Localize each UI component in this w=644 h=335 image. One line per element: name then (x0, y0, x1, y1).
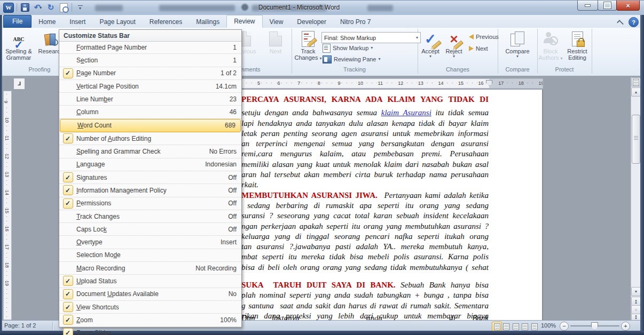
menu-item-language[interactable]: LanguageIndonesian (59, 158, 241, 171)
body-text: keluarga yang di tinggal seorang pencari… (241, 232, 489, 241)
hyperlink-klaim-asuransi[interactable]: klaim Asuransi (381, 108, 431, 117)
menu-item-upload-status[interactable]: ✓Upload Status (59, 275, 241, 288)
menu-item-page-number[interactable]: ✓Page Number1 of 2 (59, 67, 241, 80)
next-change-button[interactable]: Next (469, 44, 488, 53)
help-button[interactable]: ? (629, 17, 639, 27)
menu-item-view-shortcuts[interactable]: ✓View Shortcuts (59, 301, 241, 314)
dropdown-value: Final: Show Markup (324, 35, 376, 41)
divider (72, 3, 72, 12)
menu-item-signatures[interactable]: ✓SignaturesOff (59, 171, 241, 184)
tab-mailings[interactable]: Mailings (189, 16, 226, 28)
web-layout-view-button[interactable] (511, 322, 521, 331)
spelling-grammar-button[interactable]: ABC Spelling & Grammar (3, 30, 34, 65)
minimize-button[interactable] (577, 1, 598, 11)
compare-button[interactable]: Compare ▾ (502, 30, 533, 65)
customize-qat-button[interactable]: ▾ (75, 2, 85, 13)
scrollbar-thumb[interactable] (632, 115, 640, 164)
tab-nitro-pro-7[interactable]: Nitro Pro 7 (333, 16, 378, 28)
menu-item-vertical-page-position[interactable]: Vertical Page Position14.1cm (59, 80, 241, 93)
zoom-level-status[interactable]: 100% (541, 322, 556, 329)
menu-item-label: Track Changes (76, 213, 228, 220)
menu-header: Customize Status Bar (59, 30, 241, 42)
outline-view-button[interactable] (520, 322, 530, 331)
menu-item-zoom[interactable]: ✓Zoom100% (59, 314, 241, 326)
undo-button[interactable]: ↶▾ (33, 2, 43, 13)
tab-review[interactable]: Review (226, 15, 262, 28)
document-line: aran hal tersebut akan memberi cirta bur… (241, 170, 489, 180)
menu-item-macro-recording[interactable]: Macro RecordingNot Recording (59, 262, 241, 275)
document-page[interactable]: PERCAYA ASURANSI, KARNA ADA KLAIM YANG T… (241, 90, 542, 320)
ruler-number: 12 (397, 81, 404, 86)
quick-access-toolbar: W ↶▾ ↻ ▾ (3, 2, 85, 13)
menu-item-information-management-policy[interactable]: ✓Information Management PolicyOff (59, 184, 241, 197)
tab-page-layout[interactable]: Page Layout (92, 16, 142, 28)
tab-references[interactable]: References (143, 16, 189, 28)
menu-item-section[interactable]: Section1 (59, 54, 241, 67)
tab-file[interactable]: File (3, 15, 32, 28)
group-tracking: Track Changes ▾ Final: Show Markup ▾ Sho… (292, 29, 418, 74)
body-text: plah nominal seperti yang anda sudah tab… (241, 291, 489, 299)
zoom-out-button[interactable]: − (560, 322, 569, 331)
word-logo-icon[interactable]: W (3, 2, 14, 13)
menu-item-line-number[interactable]: Line Number23 (59, 93, 241, 106)
track-changes-button[interactable]: Track Changes ▾ (293, 30, 324, 65)
document-line: bisa di beli oleh orang orang yang sedan… (241, 263, 489, 273)
menu-item-overtype[interactable]: OvertypeInsert (59, 236, 241, 249)
tab-home[interactable]: Home (32, 16, 62, 28)
display-for-review-dropdown[interactable]: Final: Show Markup ▾ (321, 32, 421, 43)
menu-item-caps-lock[interactable]: Caps LockOff (59, 223, 241, 236)
tab-view[interactable]: View (263, 16, 290, 28)
checkmark-icon: ✓ (63, 133, 73, 143)
accept-button[interactable]: ✓ Accept ▾ (418, 30, 443, 65)
tab-developer[interactable]: Developer (290, 16, 333, 28)
print-preview-button[interactable] (58, 2, 69, 13)
ruler-number: 11 (377, 81, 384, 86)
ruler-number: 7 (296, 81, 301, 86)
reviewing-pane-button[interactable]: Reviewing Pane ▾ (323, 54, 381, 64)
ruler-number: 17 (497, 81, 505, 86)
zoom-in-button[interactable]: + (621, 322, 630, 331)
menu-item-column[interactable]: Column46 (59, 106, 241, 118)
checkmark-icon: ✓ (63, 198, 73, 209)
save-button[interactable] (20, 2, 30, 13)
zoom-slider-thumb[interactable] (591, 322, 598, 330)
tab-insert[interactable]: Insert (62, 16, 92, 28)
previous-change-button[interactable]: Previous (469, 32, 499, 42)
full-screen-reading-view-button[interactable] (501, 322, 512, 331)
button-label: Block (544, 48, 558, 54)
page-number-status[interactable]: Page: 1 of 2 (4, 322, 36, 329)
tab-selector-button[interactable]: L (13, 78, 25, 90)
menu-item-selection-mode[interactable]: Selection Mode (59, 249, 241, 262)
reject-button[interactable]: × Reject ▾ (441, 30, 467, 65)
redo-button[interactable]: ↻ (45, 2, 56, 13)
document-line: SUKA TARUH DUIT SAYA DI BANK. Sebuah Ban… (241, 281, 489, 291)
menu-item-word-count[interactable]: Word Count689 (60, 119, 241, 132)
vertical-scrollbar[interactable] (631, 77, 641, 321)
restrict-editing-button[interactable]: Restrict Editing (564, 30, 591, 65)
menu-item-document-updates-available[interactable]: ✓Document Updates AvailableNo (59, 288, 241, 301)
ruler-number: 9 (3, 100, 9, 103)
menu-item-zoom-slider[interactable]: ✓Zoom Slider (59, 327, 241, 335)
show-markup-button[interactable]: Show Markup ▾ (323, 43, 373, 53)
collapse-ribbon-icon[interactable] (617, 20, 624, 27)
checkmark-icon: ✓ (63, 172, 73, 182)
maximize-button[interactable] (598, 1, 617, 11)
scroll-up-button[interactable]: ▲ (631, 87, 641, 97)
menu-item-track-changes[interactable]: Track ChangesOff (59, 210, 241, 223)
checkmark-icon: ✓ (63, 289, 73, 299)
menu-item-formatted-page-number[interactable]: Formatted Page Number1 (59, 41, 241, 54)
button-label: Next (270, 48, 282, 54)
close-button[interactable]: × (616, 1, 640, 11)
menu-item-spelling-and-grammar-check[interactable]: Spelling and Grammar CheckNo Errors (59, 145, 241, 158)
title-bar: W ↶▾ ↻ ▾ Document1 - Microsoft Word × (0, 0, 644, 16)
menu-item-permissions[interactable]: ✓PermissionsOff (59, 197, 241, 210)
body-text: aran hal tersebut akan memberi cirta bur… (241, 170, 489, 179)
select-browse-object-button[interactable]: ○ (631, 305, 641, 314)
menu-item-number-of-authors-editing[interactable]: ✓Number of Authors Editing (59, 132, 241, 145)
scroll-down-button[interactable]: ▼ (631, 287, 641, 296)
ruler-toggle-button[interactable] (631, 78, 641, 87)
previous-page-button[interactable]: ▲▲ (631, 297, 641, 306)
print-layout-view-button[interactable] (492, 322, 502, 331)
draft-view-button[interactable] (529, 322, 539, 331)
checkmark-icon: ✓ (63, 276, 73, 286)
